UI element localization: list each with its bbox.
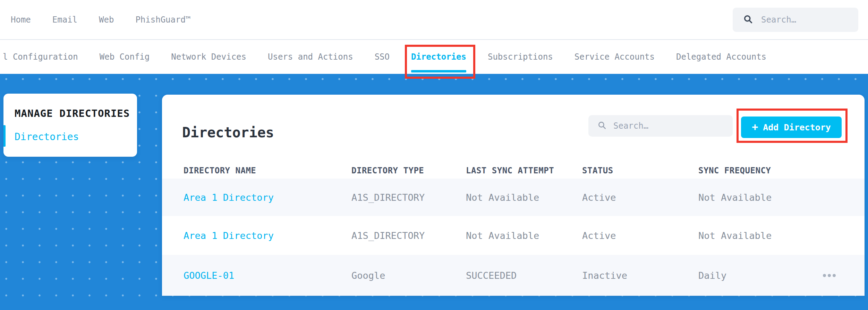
status-cell: Active — [582, 230, 698, 241]
table-row: GOOGLE-01 Google SUCCEEDED Inactive Dail… — [162, 255, 865, 296]
directory-type-cell: Google — [351, 270, 466, 281]
global-search[interactable] — [733, 8, 858, 32]
sidebar-item-directories[interactable]: Directories — [15, 131, 130, 143]
last-sync-cell: Not Available — [466, 230, 582, 241]
col-status: STATUS — [582, 166, 698, 175]
topnav-email[interactable]: Email — [52, 15, 77, 25]
directories-table: DIRECTORY NAME DIRECTORY TYPE LAST SYNC … — [162, 162, 865, 296]
col-last-sync-attempt: LAST SYNC ATTEMPT — [466, 166, 582, 175]
tabbar: l Configuration Web Config Network Devic… — [0, 40, 868, 74]
search-icon — [743, 14, 753, 25]
add-directory-label: Add Directory — [763, 122, 831, 132]
sidebar-heading: MANAGE DIRECTORIES — [15, 107, 130, 119]
sidebar-item-label: Directories — [15, 131, 79, 143]
topnav-web[interactable]: Web — [99, 15, 114, 25]
add-directory-wrapper: + Add Directory — [741, 117, 842, 138]
content-area: MANAGE DIRECTORIES Directories Directori… — [0, 74, 868, 310]
directory-type-cell: A1S_DIRECTORY — [351, 230, 466, 241]
plus-icon: + — [752, 122, 758, 132]
status-cell: Active — [582, 192, 698, 203]
sync-frequency-cell: Not Available — [698, 230, 819, 241]
table-row: Area 1 Directory A1S_DIRECTORY Not Avail… — [162, 179, 865, 216]
tab-subscriptions[interactable]: Subscriptions — [488, 40, 553, 74]
directory-name-link[interactable]: Area 1 Directory — [184, 192, 351, 203]
row-menu-ellipsis-icon[interactable] — [823, 274, 837, 277]
tab-directories[interactable]: Directories — [411, 40, 466, 74]
last-sync-cell: SUCCEEDED — [466, 270, 582, 281]
tab-service-accounts[interactable]: Service Accounts — [575, 40, 655, 74]
sidebar-card: MANAGE DIRECTORIES Directories — [3, 94, 137, 157]
tab-network-devices[interactable]: Network Devices — [171, 40, 246, 74]
topnav-home[interactable]: Home — [11, 15, 31, 25]
page-title: Directories — [182, 124, 274, 140]
last-sync-cell: Not Available — [466, 192, 582, 203]
directory-type-cell: A1S_DIRECTORY — [351, 192, 466, 203]
directory-name-link[interactable]: Area 1 Directory — [184, 230, 351, 241]
tab-sso[interactable]: SSO — [375, 40, 390, 74]
global-search-input[interactable] — [761, 15, 851, 25]
table-header-row: DIRECTORY NAME DIRECTORY TYPE LAST SYNC … — [162, 162, 865, 179]
sidebar-active-indicator — [3, 125, 6, 147]
topnav-phishguard[interactable]: PhishGuard™ — [135, 15, 190, 25]
directories-search[interactable] — [588, 115, 733, 137]
tab-directories-label: Directories — [411, 52, 466, 62]
status-cell: Inactive — [582, 270, 698, 281]
table-row: Area 1 Directory A1S_DIRECTORY Not Avail… — [162, 216, 865, 255]
active-tab-underline — [411, 70, 466, 72]
tab-users-and-actions[interactable]: Users and Actions — [268, 40, 353, 74]
tab-web-config[interactable]: Web Config — [100, 40, 150, 74]
sync-frequency-cell: Daily — [698, 270, 819, 281]
search-icon — [597, 121, 606, 131]
topbar: Home Email Web PhishGuard™ — [0, 0, 868, 40]
top-navigation: Home Email Web PhishGuard™ — [11, 15, 190, 25]
screen: Home Email Web PhishGuard™ l Configurati… — [0, 0, 868, 310]
tab-configuration[interactable]: l Configuration — [3, 40, 78, 74]
tab-delegated-accounts[interactable]: Delegated Accounts — [676, 40, 766, 74]
col-directory-type: DIRECTORY TYPE — [351, 166, 466, 175]
col-directory-name: DIRECTORY NAME — [184, 166, 351, 175]
directories-search-input[interactable] — [613, 121, 727, 131]
directories-panel: Directories + Add Directory — [162, 95, 865, 296]
sync-frequency-cell: Not Available — [698, 192, 819, 203]
col-sync-frequency: SYNC FREQUENCY — [698, 166, 819, 175]
directory-name-link[interactable]: GOOGLE-01 — [184, 270, 351, 281]
add-directory-button[interactable]: + Add Directory — [741, 117, 842, 138]
